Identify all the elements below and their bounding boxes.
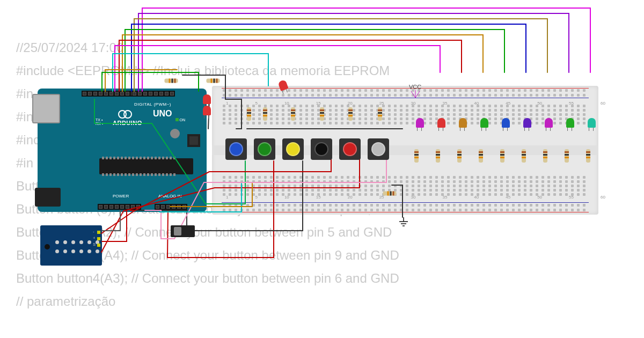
led-purple[interactable] [523, 118, 531, 128]
ntc-temperature-module[interactable]: -+S [40, 225, 102, 266]
power-header[interactable] [98, 204, 141, 210]
rail-row[interactable] [223, 204, 586, 207]
crystal [170, 129, 180, 138]
rail-row[interactable] [223, 209, 586, 211]
led-green[interactable] [480, 118, 488, 128]
column-numbers: 151015202530354045505560 [226, 195, 605, 200]
usb-port [32, 94, 60, 123]
chip-legs [102, 173, 175, 176]
simulation-canvas[interactable]: //25/07/2024 17:00 #include <EEPROM.h> /… [0, 0, 644, 338]
thermistor-bead [45, 244, 50, 249]
led-magenta[interactable] [416, 118, 424, 128]
pushbutton-gray[interactable] [368, 138, 389, 160]
pushbutton-black[interactable] [311, 138, 332, 160]
resistor[interactable] [348, 107, 353, 121]
pushbutton-red[interactable] [339, 138, 361, 160]
led-magenta[interactable] [545, 118, 553, 128]
led-orange[interactable] [459, 118, 467, 128]
arduino-uno-board[interactable]: UNO ARDUINO TX ▪RX ▪ ON DIGITAL (PWM~) A… [38, 89, 207, 212]
resistor[interactable] [543, 149, 547, 163]
resistor[interactable] [378, 107, 382, 121]
led-red[interactable] [203, 106, 211, 115]
power-jack [35, 188, 61, 207]
power-rail-pos [222, 88, 589, 89]
pushbutton-green[interactable] [254, 138, 275, 160]
code-line: // parametrização [16, 294, 399, 309]
resistor[interactable] [500, 149, 504, 163]
main-rows-bottom[interactable] [223, 176, 586, 196]
digital-header-2[interactable] [131, 91, 175, 97]
vcc-label: VCC [409, 84, 421, 99]
power-rail-neg [222, 98, 589, 98]
resistor[interactable] [291, 107, 295, 121]
analog-label: ANALOG IN [158, 194, 182, 199]
digital-header-1[interactable] [82, 91, 136, 97]
pushbutton-yellow[interactable] [282, 138, 304, 160]
resistor[interactable] [436, 149, 440, 163]
module-holes [55, 249, 99, 253]
board-model: UNO [153, 109, 172, 119]
code-line: Button button4(A3); // Connect your butt… [16, 271, 399, 286]
arduino-logo-icon [118, 110, 133, 117]
pin-labels: -+S [93, 230, 96, 246]
rail-row[interactable] [223, 94, 586, 97]
rail-row[interactable] [223, 89, 586, 92]
resistor[interactable] [565, 149, 569, 163]
resistor[interactable] [165, 79, 178, 83]
gnd-symbol [398, 217, 409, 230]
resistor[interactable] [457, 149, 462, 163]
resistor[interactable] [320, 107, 324, 121]
column-numbers: 151015202530354045505560 [226, 101, 605, 106]
on-led: ON [175, 118, 185, 122]
small-ic [187, 134, 200, 147]
resistor[interactable] [263, 107, 267, 121]
tx-rx-leds: TX ▪RX ▪ [96, 118, 103, 126]
resistor[interactable] [383, 192, 397, 196]
led-cyan[interactable] [588, 118, 596, 128]
brand-label: ARDUINO [113, 120, 142, 126]
resistor[interactable] [414, 149, 419, 163]
atmega-chip [99, 158, 193, 174]
analog-header[interactable] [155, 204, 187, 210]
module-pins[interactable] [97, 231, 100, 247]
resistor[interactable] [522, 149, 526, 163]
led-blue[interactable] [502, 118, 510, 128]
resistor[interactable] [247, 107, 251, 121]
power-rail-pos [222, 212, 589, 212]
led-green[interactable] [566, 118, 574, 128]
chip-legs [102, 157, 175, 159]
slide-switch[interactable] [171, 225, 195, 237]
pushbutton-blue[interactable] [225, 138, 247, 160]
code-line: #include <EEPROM.h> //Inclui a bibliotec… [16, 63, 399, 78]
resistor[interactable] [207, 79, 220, 83]
led-red[interactable] [437, 118, 445, 128]
resistor[interactable] [586, 149, 590, 163]
resistor[interactable] [479, 149, 483, 163]
digital-label: DIGITAL (PWM~) [134, 102, 171, 107]
led-red[interactable] [203, 94, 211, 104]
power-rail-neg [222, 202, 589, 203]
power-label: POWER [113, 194, 129, 199]
code-line: //25/07/2024 17:00 [16, 40, 399, 55]
